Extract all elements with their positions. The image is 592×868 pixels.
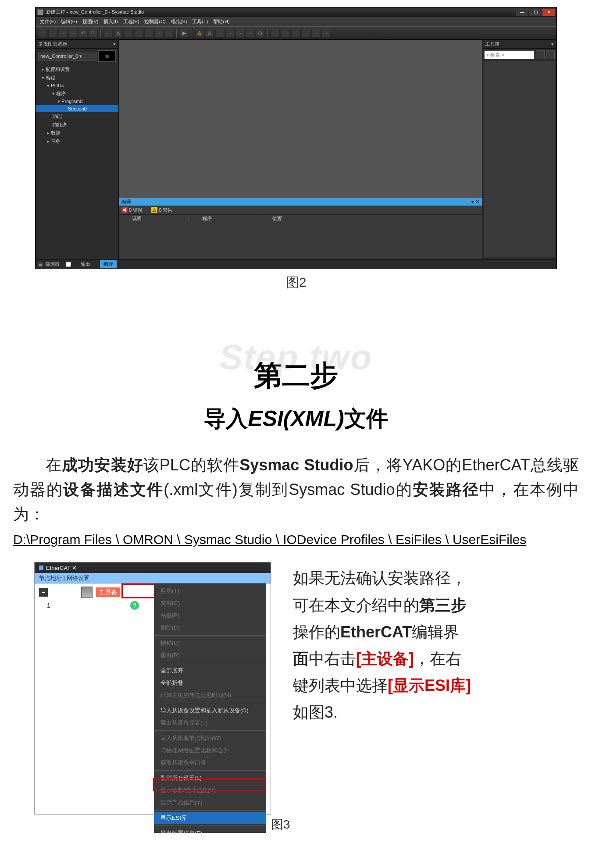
toolbox-panel: 工具箱 ▾ < 检索 > — [482, 40, 556, 259]
collapse-icon[interactable]: − — [39, 588, 48, 597]
close-button[interactable]: ✕ — [542, 9, 555, 16]
app-icon — [37, 9, 43, 15]
ctx-import-slave[interactable]: 导入从设备设置和插入新从设备(O) — [154, 704, 266, 717]
tool-icon[interactable]: ▫ — [164, 29, 173, 38]
tool-icon[interactable]: ▫ — [301, 29, 310, 38]
tree-section0[interactable]: Section0 — [36, 105, 118, 112]
tool-icon[interactable]: ↶ — [78, 29, 87, 38]
tool-icon[interactable]: ▫ — [215, 29, 224, 38]
ctx-show-esi[interactable]: 显示ESI库 — [154, 812, 266, 824]
search-button[interactable] — [536, 50, 545, 59]
tool-icon[interactable]: ▫ — [271, 29, 280, 38]
minimize-button[interactable]: — — [516, 9, 528, 16]
tool-icon[interactable]: O — [256, 29, 264, 38]
ethercat-editor: EtherCAT ✕ 节点地址 | 网络设置 − 主设备 1 ? 剪切(T) 复… — [34, 562, 271, 815]
statusbar-tab-output[interactable]: 输出 — [77, 260, 94, 268]
sysmac-window: 新建工程 - new_Controller_0 - Sysmac Studio … — [35, 7, 557, 269]
figure-3-row: EtherCAT ✕ 节点地址 | 网络设置 − 主设备 1 ? 剪切(T) 复… — [0, 549, 592, 815]
tree-programs[interactable]: 程序 — [36, 89, 118, 98]
desc-text: ，在右 — [414, 650, 461, 668]
tool-icon[interactable]: ▫ — [124, 29, 133, 38]
tool-icon[interactable]: ▫ — [154, 29, 163, 38]
tool-icon[interactable]: ▫ — [144, 29, 153, 38]
tool-icon[interactable]: ▫ — [104, 29, 113, 38]
ctx-export-config[interactable]: 导出配置信息(E) — [154, 827, 266, 833]
tool-icon[interactable]: ▫ — [225, 29, 234, 38]
menu-file[interactable]: 文件(F) — [40, 18, 56, 25]
project-tree[interactable]: 配置和设置 编程 POUs 程序 Program0 Section0 功能 功能… — [36, 64, 118, 259]
project-panel-title: 多视图浏览器 — [38, 41, 67, 47]
output-panel-controls[interactable]: ▾ ✕ — [471, 199, 479, 205]
ethercat-body: − 主设备 1 ? 剪切(T) 复制(C) 粘贴(P) 删除(D) 撤销(U) … — [35, 583, 271, 814]
menu-view[interactable]: 视图(V) — [82, 18, 99, 25]
tree-program0[interactable]: Program0 — [36, 98, 118, 105]
menu-tools[interactable]: 工具(T) — [192, 18, 208, 25]
tree-functions[interactable]: 功能 — [36, 112, 118, 121]
step-sub-pre: 导入 — [204, 406, 248, 431]
menu-insert[interactable]: 插入(I) — [103, 18, 118, 25]
tool-icon[interactable]: ▶ — [180, 29, 189, 38]
error-icon: ✖ — [121, 207, 128, 213]
toolbar: ▫ ▫ ▫ ▫ ↶ ↷ ▫ A ▫ ▫ ▫ ▫ ▫ ▶ ⚠ A ▫ ▫ ▫ ▫ … — [36, 27, 556, 40]
menu-edit[interactable]: 编辑(E) — [61, 18, 77, 25]
menu-controller[interactable]: 控制器(C) — [144, 18, 165, 25]
tree-config[interactable]: 配置和设置 — [36, 65, 118, 74]
install-path: D:\Program Files \ OMRON \ Sysmac Studio… — [0, 526, 592, 549]
tool-icon[interactable]: ▫ — [235, 29, 244, 38]
panel-pin-icon[interactable]: ▾ — [113, 41, 116, 47]
para-text: 在 — [46, 456, 62, 474]
toolbox-search-input[interactable]: < 检索 > — [484, 50, 535, 59]
desc-text: 如果无法确认安装路径， — [293, 569, 467, 587]
search-clear-button[interactable] — [546, 50, 555, 59]
ctx-collapse-all[interactable]: 全部折叠 — [154, 677, 266, 689]
ethercat-tab[interactable]: EtherCAT ✕ — [35, 563, 83, 573]
menu-simulate[interactable]: 模拟(S) — [171, 18, 187, 25]
tool-icon[interactable]: ▫ — [246, 29, 254, 38]
tree-function-blocks[interactable]: 功能块 — [36, 121, 118, 129]
device-icon — [81, 587, 93, 598]
ctx-calc-delay: 计算主机的传送延迟时间(N) — [154, 689, 266, 701]
tool-icon[interactable]: A — [205, 29, 214, 38]
filter-label[interactable]: 筛选器 — [45, 261, 60, 267]
filter-checkbox[interactable] — [66, 262, 71, 267]
desc-text: 操作的 — [293, 623, 340, 641]
ctx-redo: 重做(R) — [154, 649, 266, 662]
ctx-delete: 删除(D) — [154, 622, 266, 634]
tree-pous[interactable]: POUs — [36, 82, 118, 89]
output-col-program: 程序 — [189, 215, 259, 222]
statusbar-tab-compile[interactable]: 编译 — [100, 260, 117, 268]
menu-help[interactable]: 帮助(H) — [213, 18, 229, 25]
tool-icon[interactable]: ▫ — [281, 29, 290, 38]
tool-icon[interactable]: ↷ — [89, 29, 97, 38]
tool-icon[interactable]: ▫ — [134, 29, 143, 38]
tool-icon[interactable]: ▫ — [311, 29, 320, 38]
warning-icon[interactable]: ⚠ — [195, 29, 204, 38]
highlight-esi — [153, 778, 266, 791]
tool-icon[interactable]: ▫ — [38, 29, 47, 38]
tool-icon[interactable]: ▫ — [291, 29, 300, 38]
tree-tasks[interactable]: 任务 — [36, 137, 118, 146]
tool-icon[interactable]: A — [114, 29, 123, 38]
panel-pin-icon[interactable]: ▾ — [551, 41, 554, 47]
master-device-label[interactable]: 主设备 — [96, 587, 120, 597]
tool-icon[interactable]: ▫ — [58, 29, 67, 38]
tool-icon[interactable]: ▫ — [48, 29, 57, 38]
controller-combo[interactable]: new_Controller_0 ▾ — [38, 52, 96, 60]
toolbox-body — [484, 61, 555, 257]
tree-data[interactable]: 数据 — [36, 129, 118, 137]
step-title-zh: 第二步 — [0, 356, 592, 395]
tool-icon[interactable]: ▫ — [321, 29, 330, 38]
para-bold: 成功安装好 — [62, 456, 143, 474]
desc-text: 可在本文介绍中的 — [293, 596, 419, 614]
tool-icon[interactable]: ▫ — [68, 29, 77, 38]
ctx-expand-all[interactable]: 全部展开 — [154, 665, 266, 677]
para-text: 该PLC的软件 — [143, 456, 240, 474]
output-panel: 编译 ▾ ✕ ✖ 0 错误 ⚠ 0 警告 说明 程序 位置 — [119, 198, 482, 259]
desc-text: 键列表中选择 — [293, 676, 388, 694]
tree-programming[interactable]: 编程 — [36, 74, 118, 82]
menu-project[interactable]: 工程(P) — [123, 18, 139, 25]
desc-bold: 第三步 — [419, 596, 467, 614]
editor-canvas[interactable] — [119, 40, 482, 198]
toolbox-header: 工具箱 ▾ — [482, 40, 556, 49]
maximize-button[interactable]: ▢ — [529, 9, 542, 16]
